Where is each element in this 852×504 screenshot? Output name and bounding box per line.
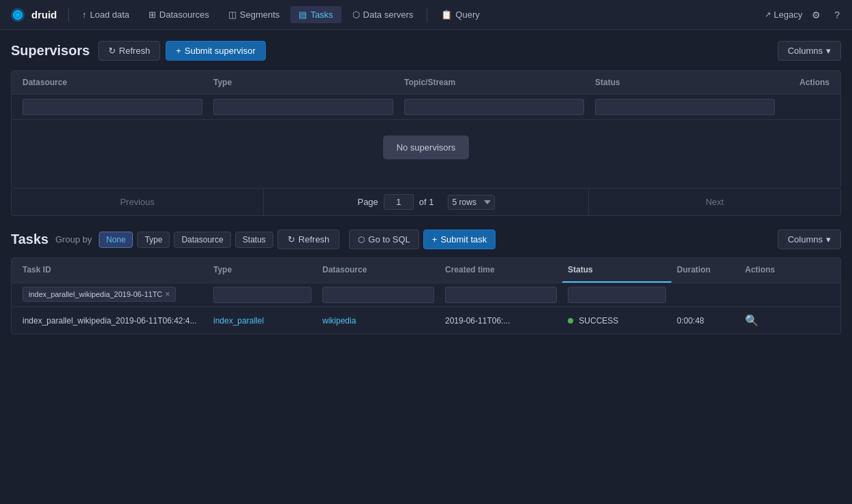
main-content: Supervisors ↻ Refresh + Submit superviso… [0, 30, 852, 345]
rows-per-page-select[interactable]: 5 rows 10 rows 25 rows 50 rows [448, 195, 495, 210]
help-icon: ? [834, 10, 840, 20]
top-navigation: druid ↑ Load data ⊞ Datasources ◫ Segmen… [0, 0, 852, 30]
supervisors-title: Supervisors [11, 43, 90, 59]
filter-actions-empty [780, 95, 835, 119]
filter-status-input[interactable] [595, 99, 775, 115]
nav-datasources[interactable]: ⊞ Datasources [140, 6, 217, 23]
supervisors-pagination: Previous Page of 1 5 rows 10 rows 25 row… [11, 189, 841, 216]
tasks-table: Task ID Type Datasource Created time Sta… [11, 257, 841, 334]
tasks-th-created-time: Created time [440, 258, 562, 283]
help-button[interactable]: ? [830, 7, 844, 23]
sql-icon: ⬡ [358, 235, 365, 245]
task-duration-cell: 0:00:48 [671, 309, 740, 332]
nav-separator [68, 8, 69, 22]
datasource-icon: ⊞ [149, 10, 156, 20]
tasks-columns-button[interactable]: Columns ▾ [778, 230, 841, 249]
load-icon: ↑ [82, 10, 87, 20]
tasks-th-type: Type [208, 258, 317, 283]
tasks-section: Tasks Group by None Type Datasource Stat… [11, 230, 841, 334]
th-type: Type [208, 71, 399, 94]
filter-task-created-input[interactable] [445, 287, 557, 303]
submit-task-button[interactable]: + Submit task [423, 230, 496, 249]
page-info: Page of 1 5 rows 10 rows 25 rows 50 rows [264, 194, 588, 210]
nav-load-data[interactable]: ↑ Load data [74, 6, 138, 23]
filter-datasource-input[interactable] [22, 99, 202, 115]
groupby-none-button[interactable]: None [99, 232, 134, 248]
filter-type-input[interactable] [213, 99, 393, 115]
filter-task-datasource-input[interactable] [322, 287, 434, 303]
task-id-cell: index_parallel_wikipedia_2019-06-11T06:4… [17, 309, 208, 332]
groupby-status-button[interactable]: Status [235, 232, 273, 248]
submit-supervisor-button[interactable]: + Submit supervisor [166, 41, 266, 61]
filter-task-status-input[interactable] [568, 287, 666, 303]
filter-task-actions-cell [740, 283, 780, 306]
th-actions: Actions [780, 71, 835, 94]
filter-task-datasource-cell [317, 283, 440, 306]
gear-icon: ⚙ [812, 10, 821, 20]
filter-task-status-cell [562, 283, 671, 306]
refresh-icon: ↻ [108, 46, 116, 56]
task-created-time-cell: 2019-06-11T06:... [440, 309, 562, 332]
th-topic-stream: Topic/Stream [399, 71, 590, 94]
task-datasource-cell: wikipedia [317, 309, 440, 332]
filter-datasource [17, 95, 208, 119]
task-type-link[interactable]: index_parallel [213, 316, 264, 326]
chevron-down-icon-tasks: ▾ [826, 234, 831, 245]
settings-button[interactable]: ⚙ [808, 7, 825, 23]
nav-tasks[interactable]: ▤ Tasks [290, 6, 341, 23]
nav-separator-2 [427, 8, 427, 22]
page-number-input[interactable] [384, 194, 414, 210]
nav-query[interactable]: 📋 Query [433, 6, 487, 23]
tasks-th-status: Status [562, 258, 671, 283]
supervisors-refresh-button[interactable]: ↻ Refresh [98, 41, 161, 61]
group-by-label: Group by [55, 234, 91, 245]
supervisors-table: Datasource Type Topic/Stream Status Acti… [11, 70, 841, 189]
tasks-th-datasource: Datasource [317, 258, 440, 283]
tasks-th-duration: Duration [671, 258, 740, 283]
svg-point-0 [16, 13, 20, 17]
rows-select-container: 5 rows 10 rows 25 rows 50 rows [448, 195, 495, 210]
task-actions-cell: 🔍 [740, 307, 780, 334]
supervisors-filter-row [12, 95, 840, 120]
prev-page-button[interactable]: Previous [12, 189, 264, 215]
filter-task-type-cell [208, 283, 317, 306]
plus-icon: + [176, 46, 181, 56]
table-row: index_parallel_wikipedia_2019-06-11T06:4… [12, 307, 840, 334]
app-logo[interactable]: druid [8, 5, 57, 25]
page-label: Page [357, 197, 378, 207]
nav-data-servers[interactable]: ⬡ Data servers [344, 6, 422, 23]
goto-sql-button[interactable]: ⬡ Go to SQL [349, 230, 419, 249]
plus-icon-task: + [432, 234, 438, 245]
supervisors-table-body: No supervisors [12, 120, 840, 188]
supervisors-section-header: Supervisors ↻ Refresh + Submit superviso… [11, 41, 841, 61]
tasks-title: Tasks [11, 232, 48, 247]
refresh-icon-tasks: ↻ [288, 234, 295, 245]
external-icon: ↗ [765, 10, 771, 19]
task-type-cell: index_parallel [208, 309, 317, 332]
tasks-filter-row: index_parallel_wikipedia_2019-06-11TC × [12, 283, 840, 307]
groupby-type-button[interactable]: Type [137, 232, 170, 248]
supervisors-empty: No supervisors [12, 120, 840, 174]
task-datasource-link[interactable]: wikipedia [322, 316, 356, 326]
query-icon: 📋 [441, 10, 452, 20]
groupby-datasource-button[interactable]: Datasource [174, 232, 230, 248]
filter-chip-close[interactable]: × [165, 289, 170, 299]
tasks-section-header: Tasks Group by None Type Datasource Stat… [11, 230, 841, 249]
segments-icon: ◫ [228, 10, 237, 20]
task-details-icon[interactable]: 🔍 [745, 315, 759, 326]
chevron-down-icon: ▾ [826, 46, 831, 56]
tasks-refresh-button[interactable]: ↻ Refresh [277, 230, 340, 249]
nav-right-area: ↗ Legacy ⚙ ? [765, 7, 844, 23]
filter-topic-input[interactable] [404, 99, 584, 115]
nav-segments[interactable]: ◫ Segments [220, 6, 288, 23]
legacy-button[interactable]: ↗ Legacy [765, 10, 802, 20]
supervisors-columns-button[interactable]: Columns ▾ [778, 41, 841, 61]
filter-task-created-cell [440, 283, 562, 306]
next-page-button[interactable]: Next [588, 189, 840, 215]
filter-task-duration-cell [671, 283, 740, 306]
filter-task-type-input[interactable] [213, 287, 311, 303]
filter-status [590, 95, 780, 119]
supervisors-table-header: Datasource Type Topic/Stream Status Acti… [12, 71, 840, 95]
task-id-filter-chip: index_parallel_wikipedia_2019-06-11TC × [22, 287, 176, 302]
tasks-icon: ▤ [299, 10, 307, 20]
